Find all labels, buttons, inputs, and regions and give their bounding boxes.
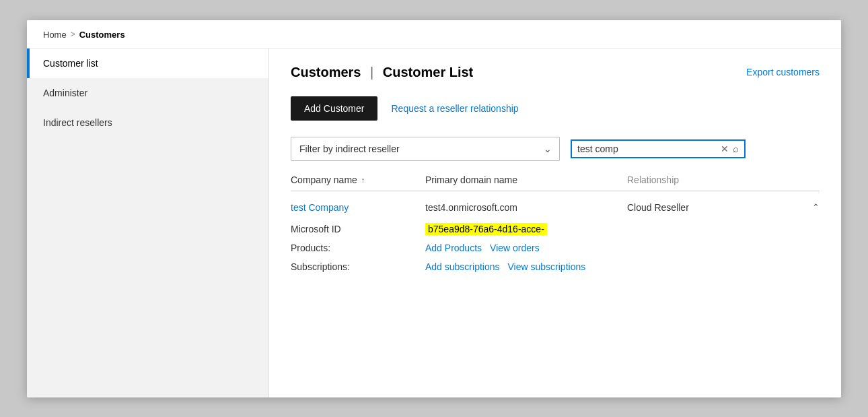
- table-row-main: test Company test4.onmicrosoft.com Cloud…: [291, 194, 820, 217]
- relationship-cell: Cloud Reseller ⌃: [627, 202, 820, 213]
- add-customer-button[interactable]: Add Customer: [291, 96, 377, 121]
- view-orders-link[interactable]: View orders: [490, 243, 540, 253]
- products-label: Products:: [291, 243, 425, 253]
- sidebar-item-label-indirect-resellers: Indirect resellers: [43, 117, 112, 128]
- page-title-main: Customers: [291, 65, 361, 79]
- table-row: test Company test4.onmicrosoft.com Cloud…: [291, 194, 820, 282]
- table-header: Company name ↑ Primary domain name Relat…: [291, 174, 820, 191]
- detail-row-products: Products: Add Products View orders: [291, 238, 820, 257]
- sidebar-item-administer[interactable]: Administer: [27, 78, 268, 108]
- actions-row: Add Customer Request a reseller relation…: [291, 96, 820, 121]
- breadcrumb-current: Customers: [79, 30, 125, 40]
- page-title-sub: Customer List: [383, 65, 473, 79]
- col-header-relationship: Relationship: [627, 174, 820, 185]
- export-customers-link[interactable]: Export customers: [746, 67, 820, 77]
- sidebar-item-label-customer-list: Customer list: [43, 58, 98, 69]
- microsoft-id-highlighted: b75ea9d8-76a6-4d16-acce-: [425, 223, 547, 235]
- company-name-link[interactable]: test Company: [291, 202, 349, 213]
- subscriptions-links: Add subscriptions View subscriptions: [425, 261, 820, 272]
- col-label-company-name: Company name: [291, 174, 357, 185]
- detail-row-subscriptions: Subscriptions: Add subscriptions View su…: [291, 257, 820, 276]
- add-subscriptions-link[interactable]: Add subscriptions: [425, 261, 500, 272]
- filter-dropdown-container: Filter by indirect reseller ⌄: [291, 137, 560, 161]
- search-box: ✕ ⌕: [571, 139, 746, 158]
- filters-row: Filter by indirect reseller ⌄ ✕ ⌕: [291, 137, 820, 161]
- breadcrumb: Home > Customers: [27, 20, 841, 49]
- app-window: Home > Customers Customer list Administe…: [27, 20, 841, 397]
- sidebar-item-label-administer: Administer: [43, 88, 87, 98]
- request-reseller-link[interactable]: Request a reseller relationship: [391, 103, 518, 114]
- col-header-company-name[interactable]: Company name ↑: [291, 174, 425, 185]
- filter-by-reseller-select[interactable]: Filter by indirect reseller: [291, 137, 560, 161]
- col-label-primary-domain: Primary domain name: [425, 174, 517, 185]
- domain-cell: test4.onmicrosoft.com: [425, 202, 627, 213]
- page-title: Customers | Customer List: [291, 65, 473, 80]
- subscriptions-label: Subscriptions:: [291, 261, 425, 272]
- page-title-separator: |: [370, 65, 373, 79]
- sort-up-icon: ↑: [361, 176, 365, 184]
- detail-row-microsoft-id: Microsoft ID b75ea9d8-76a6-4d16-acce-: [291, 220, 820, 238]
- expanded-details: Microsoft ID b75ea9d8-76a6-4d16-acce- Pr…: [291, 217, 820, 282]
- content-area: Customers | Customer List Export custome…: [269, 49, 841, 397]
- relationship-value: Cloud Reseller: [627, 202, 689, 213]
- microsoft-id-label: Microsoft ID: [291, 224, 425, 234]
- sidebar-item-customer-list[interactable]: Customer list: [27, 49, 268, 78]
- sidebar-item-indirect-resellers[interactable]: Indirect resellers: [27, 108, 268, 137]
- domain-value: test4.onmicrosoft.com: [425, 202, 517, 213]
- sidebar: Customer list Administer Indirect resell…: [27, 49, 269, 397]
- breadcrumb-home[interactable]: Home: [43, 30, 67, 40]
- search-input[interactable]: [577, 143, 717, 154]
- microsoft-id-value: b75ea9d8-76a6-4d16-acce-: [425, 224, 820, 234]
- products-links: Add Products View orders: [425, 243, 820, 253]
- clear-search-icon[interactable]: ✕: [721, 144, 729, 154]
- company-name-cell: test Company: [291, 202, 425, 213]
- main-layout: Customer list Administer Indirect resell…: [27, 49, 841, 397]
- col-label-relationship: Relationship: [627, 174, 679, 185]
- search-icon[interactable]: ⌕: [733, 143, 739, 154]
- breadcrumb-separator: >: [71, 30, 75, 39]
- page-header: Customers | Customer List Export custome…: [291, 65, 820, 80]
- chevron-up-icon[interactable]: ⌃: [812, 202, 820, 212]
- col-header-primary-domain: Primary domain name: [425, 174, 627, 185]
- add-products-link[interactable]: Add Products: [425, 243, 482, 253]
- view-subscriptions-link[interactable]: View subscriptions: [508, 261, 586, 272]
